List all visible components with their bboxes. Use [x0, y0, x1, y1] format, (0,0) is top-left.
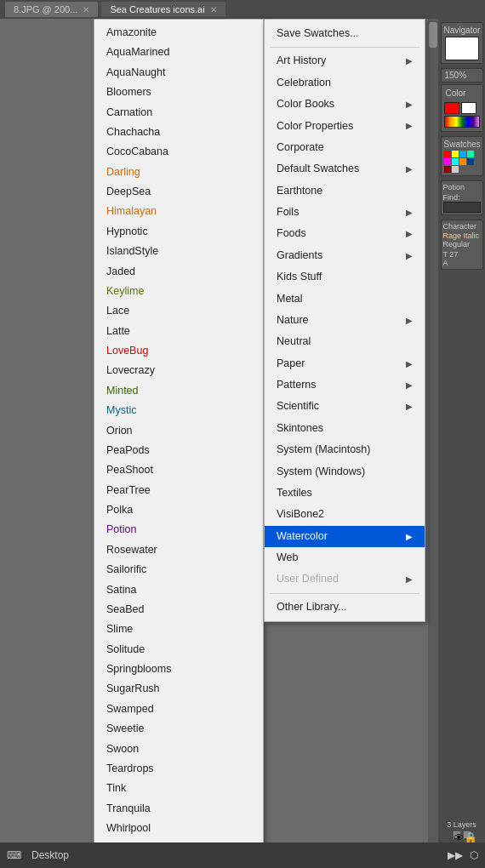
left-menu-item-seabed[interactable]: SeaBed: [94, 600, 263, 620]
right-menu-item-patterns[interactable]: Patterns▶: [265, 374, 425, 396]
scrollbar-right[interactable]: [428, 19, 438, 842]
swatch-orange[interactable]: [459, 158, 466, 165]
right-menu-item-user-defined[interactable]: User Defined▶: [265, 568, 425, 590]
left-menu-item-slime[interactable]: Slime: [94, 620, 263, 639]
right-menu-item-scientific[interactable]: Scientific▶: [265, 396, 425, 417]
tab-2-close[interactable]: ✕: [210, 5, 217, 14]
right-menu-item-other-library...[interactable]: Other Library...: [265, 597, 425, 618]
left-menu-item-tink[interactable]: Tink: [94, 779, 263, 798]
layer-eye-icon[interactable]: 👁: [453, 831, 461, 839]
left-menu-item-sugarrush[interactable]: SugarRush: [94, 679, 263, 699]
left-menu-item-whirlpool[interactable]: Whirlpool: [94, 819, 263, 838]
swatch-darkred[interactable]: [444, 166, 451, 173]
left-menu-item-rosewater[interactable]: Rosewater: [94, 540, 263, 560]
left-menu-item-minted[interactable]: Minted: [94, 381, 263, 401]
left-menu-item-lovecrazy[interactable]: Lovecrazy: [94, 361, 263, 380]
left-menu-item-aquanaught[interactable]: AquaNaught: [94, 63, 263, 83]
left-menu-item-deepsea[interactable]: DeepSea: [94, 182, 263, 202]
swatch-blue[interactable]: [459, 151, 466, 157]
submenu-arrow-icon: ▶: [406, 227, 413, 241]
left-menu-item-swoon[interactable]: Swoon: [94, 740, 263, 759]
find-input[interactable]: [443, 202, 481, 213]
left-menu-item-potion[interactable]: Potion: [94, 520, 263, 540]
color-gradient-bar[interactable]: [444, 116, 480, 128]
left-menu-item-springblooms[interactable]: Springblooms: [94, 660, 263, 679]
left-menu-item-sailorific[interactable]: Sailorific: [94, 560, 263, 580]
color-label: Color: [446, 89, 466, 98]
keyboard-icon: ⌨: [7, 849, 21, 861]
left-menu-item-peapods[interactable]: PeaPods: [94, 441, 263, 460]
left-menu-item-bloomers[interactable]: Bloomers: [94, 83, 263, 102]
swatch-red[interactable]: [444, 151, 451, 157]
right-menu-item-textiles[interactable]: Textiles: [265, 483, 425, 504]
swatch-yellow[interactable]: [452, 151, 459, 157]
right-menu-item-metal[interactable]: Metal: [265, 288, 425, 310]
right-menu-item-neutral[interactable]: Neutral: [265, 331, 425, 352]
left-menu-item-darling[interactable]: Darling: [94, 163, 263, 182]
bluetooth-icon[interactable]: ⬡: [470, 849, 478, 861]
navigator-section: Navigator: [441, 22, 483, 64]
left-menu-item-jaded[interactable]: Jaded: [94, 262, 263, 282]
left-menu-item-himalayan[interactable]: Himalayan: [94, 202, 263, 221]
left-menu-item-tranquila[interactable]: Tranquila: [94, 799, 263, 819]
right-menu-item-watercolor[interactable]: Watercolor▶: [265, 526, 425, 547]
left-menu-item-keylime[interactable]: Keylime: [94, 282, 263, 301]
tab-2[interactable]: Sea Creatures icons.ai ✕: [101, 2, 225, 17]
left-menu-item-solitude[interactable]: Solitude: [94, 640, 263, 660]
swatch-cyan[interactable]: [452, 158, 459, 165]
left-menu-item-sweetie[interactable]: Sweetie: [94, 719, 263, 739]
right-menu-item-paper[interactable]: Paper▶: [265, 353, 425, 374]
swatch-green[interactable]: [467, 151, 474, 157]
tab-1[interactable]: 8.JPG @ 200... ✕: [5, 2, 98, 17]
swatch-magenta[interactable]: [444, 158, 451, 165]
color-swatch-red[interactable]: [444, 102, 459, 114]
right-menu-item-system--macintosh-[interactable]: System (Macintosh): [265, 439, 425, 460]
taskbar-arrows[interactable]: ▶▶: [448, 849, 463, 861]
right-menu-item-gradients[interactable]: Gradients▶: [265, 245, 425, 266]
right-menu-item-art-history[interactable]: Art History▶: [265, 50, 425, 71]
right-menu-item-corporate[interactable]: Corporate: [265, 137, 425, 158]
left-menu-item-polka[interactable]: Polka: [94, 500, 263, 520]
scrollbar-thumb[interactable]: [429, 22, 437, 48]
left-menu-item-mystic[interactable]: Mystic: [94, 401, 263, 420]
left-menu-item-latte[interactable]: Latte: [94, 322, 263, 341]
left-menu-item-amazonite[interactable]: Amazonite: [94, 23, 263, 43]
left-menu-item-swamped[interactable]: Swamped: [94, 700, 263, 719]
right-menu-item-kids-stuff[interactable]: Kids Stuff: [265, 266, 425, 288]
left-menu-item-satina[interactable]: Satina: [94, 580, 263, 600]
right-menu-item-foils[interactable]: Foils▶: [265, 202, 425, 223]
right-menu-item-system--windows-[interactable]: System (Windows): [265, 461, 425, 483]
right-menu-item-celebration[interactable]: Celebration: [265, 72, 425, 94]
right-menu-item-default-swatches[interactable]: Default Swatches▶: [265, 158, 425, 180]
right-menu-item-earthtone[interactable]: Earthtone: [265, 180, 425, 202]
left-menu-item-islandstyle[interactable]: IslandStyle: [94, 242, 263, 261]
left-menu-item-peartree[interactable]: PearTree: [94, 481, 263, 500]
left-menu-item-orion[interactable]: Orion: [94, 421, 263, 441]
left-menu-item-hypnotic[interactable]: Hypnotic: [94, 222, 263, 242]
swatch-grey[interactable]: [452, 166, 459, 173]
right-menu-label: Art History: [277, 53, 326, 69]
swatch-darkblue[interactable]: [467, 158, 474, 165]
right-menu-item-web[interactable]: Web: [265, 547, 425, 568]
right-menu-item-skintones[interactable]: Skintones: [265, 418, 425, 439]
left-menu-item-carnation[interactable]: Carnation: [94, 103, 263, 123]
left-menu-item-aquamarined[interactable]: AquaMarined: [94, 43, 263, 62]
left-menu-item-lace[interactable]: Lace: [94, 301, 263, 321]
right-menu-item-visibone2[interactable]: VisiBone2: [265, 504, 425, 525]
left-menu-item-lovebug[interactable]: LoveBug: [94, 341, 263, 361]
right-menu-item-save-swatches...[interactable]: Save Swatches...: [265, 23, 425, 44]
left-menu-item-teardrops[interactable]: Teardrops: [94, 759, 263, 779]
left-menu-item-cococabana[interactable]: CocoCabana: [94, 142, 263, 162]
right-menu-item-color-books[interactable]: Color Books▶: [265, 94, 425, 115]
tab-1-close[interactable]: ✕: [83, 5, 89, 14]
right-menu-item-foods[interactable]: Foods▶: [265, 223, 425, 244]
submenu-arrow-icon: ▶: [406, 98, 413, 111]
left-menu-item-peashoot[interactable]: PeaShoot: [94, 460, 263, 480]
tracking-row: A: [443, 259, 481, 267]
right-menu-item-nature[interactable]: Nature▶: [265, 310, 425, 331]
right-menu-item-color-properties[interactable]: Color Properties▶: [265, 116, 425, 137]
layer-lock-icon[interactable]: 🔒: [463, 831, 471, 839]
color-header-row: Color: [444, 88, 480, 100]
left-menu-item-chachacha[interactable]: Chachacha: [94, 123, 263, 142]
color-swatch-white[interactable]: [461, 102, 476, 114]
